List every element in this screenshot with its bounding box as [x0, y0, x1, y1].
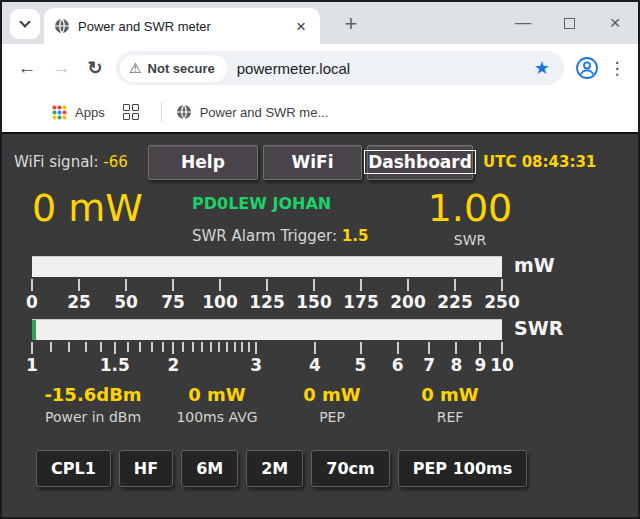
scale-label: 50	[114, 292, 138, 312]
wifi-button-label: WiFi	[291, 152, 333, 172]
stat-ref-label: REF	[421, 409, 478, 425]
address-bar[interactable]: ⚠ Not secure powermeter.local ★	[116, 51, 564, 85]
stat-dbm: -15.6dBm Power in dBm	[44, 384, 141, 425]
bookmark-item[interactable]: Power and SWR me...	[176, 104, 329, 120]
power-meter-bar	[32, 256, 502, 277]
scale-minor-tick	[100, 342, 102, 352]
readout-row: 0 mW PD0LEW JOHAN SWR Alarm Trigger: 1.5…	[2, 188, 638, 250]
scale-minor-tick	[139, 342, 141, 352]
scale-label: 1.5	[100, 355, 130, 375]
70cm-button[interactable]: 70cm	[311, 450, 389, 487]
scale-minor-tick	[151, 342, 153, 352]
scale-minor-tick	[201, 342, 203, 352]
power-meter: mW 0255075100125150175200225250	[32, 256, 638, 311]
stat-dbm-label: Power in dBm	[44, 409, 141, 425]
warning-icon: ⚠	[129, 60, 142, 76]
stat-pep: 0 mW PEP	[303, 384, 360, 425]
dashboard-button-label: Dashboard	[365, 151, 475, 173]
scale-minor-tick	[218, 342, 220, 352]
6m-button[interactable]: 6M	[181, 450, 238, 487]
scale-label: 225	[437, 292, 473, 312]
reading-list-button[interactable]	[123, 104, 139, 120]
profile-button[interactable]	[570, 51, 604, 85]
swr-meter-fill	[32, 320, 36, 340]
help-button[interactable]: Help	[148, 145, 258, 180]
scale-tick	[360, 342, 362, 354]
tab-search-button[interactable]	[10, 9, 40, 39]
window-controls: — ×	[500, 2, 638, 44]
apps-shortcut[interactable]: Apps	[52, 105, 105, 120]
scale-label: 9	[474, 355, 486, 375]
scale-label: 200	[390, 292, 426, 312]
bookmarks-separator	[161, 102, 162, 122]
scale-label: 2	[168, 355, 180, 375]
scale-minor-tick	[248, 342, 250, 352]
scale-minor-tick	[210, 342, 212, 352]
forward-button[interactable]: →	[44, 51, 78, 85]
power-meter-unit: mW	[514, 254, 555, 276]
dashboard-button[interactable]: Dashboard	[367, 145, 473, 180]
swr-alarm-label: SWR Alarm Trigger:	[192, 227, 337, 245]
scale-minor-tick	[162, 342, 164, 352]
pep-100ms-button[interactable]: PEP 100ms	[398, 450, 528, 487]
scale-label: 1	[26, 355, 38, 375]
scale-label: 8	[450, 355, 462, 375]
wifi-button[interactable]: WiFi	[263, 145, 362, 180]
scale-minor-tick	[241, 342, 243, 352]
active-tab[interactable]: Power and SWR meter ×	[44, 8, 320, 44]
new-tab-button[interactable]: +	[336, 10, 366, 40]
url-text[interactable]: powermeter.local	[237, 60, 526, 77]
swr-alarm-value: 1.5	[342, 227, 369, 245]
swr-readout-caption: SWR	[393, 232, 547, 248]
stat-ref-value: 0 mW	[421, 384, 478, 405]
scale-minor-tick	[50, 342, 52, 352]
globe-favicon-icon	[54, 18, 70, 34]
scale-tick	[501, 342, 503, 354]
scale-label: 3	[250, 355, 262, 375]
scale-tick	[255, 342, 257, 354]
hf-button[interactable]: HF	[119, 450, 173, 487]
browser-toolbar: ← → ↻ ⚠ Not secure powermeter.local ★ ⋮	[2, 44, 638, 92]
stats-row: -15.6dBm Power in dBm 0 mW 100ms AVG 0 m…	[2, 384, 638, 432]
scale-label: 175	[343, 292, 379, 312]
scale-tick	[313, 279, 315, 291]
callsign: PD0LEW JOHAN	[192, 194, 377, 213]
stat-dbm-value: -15.6dBm	[44, 384, 141, 405]
cpl1-button[interactable]: CPL1	[36, 450, 111, 487]
scale-label: 7	[423, 355, 435, 375]
stat-ref: 0 mW REF	[421, 384, 478, 425]
minimize-button[interactable]: —	[500, 2, 546, 44]
scale-tick	[266, 279, 268, 291]
swr-meter: SWR 11.52345678910	[32, 319, 638, 374]
back-button[interactable]: ←	[10, 51, 44, 85]
scale-tick	[172, 342, 174, 354]
swr-readout-block: 1.00 SWR	[377, 188, 547, 250]
utc-clock: UTC 08:43:31	[483, 153, 596, 171]
scale-tick	[407, 279, 409, 291]
stat-avg-value: 0 mW	[176, 384, 257, 405]
security-chip[interactable]: ⚠ Not secure	[120, 55, 227, 82]
scale-tick	[172, 279, 174, 291]
maximize-icon	[564, 18, 575, 29]
scale-minor-tick	[226, 342, 228, 352]
power-readout: 0 mW	[2, 188, 192, 250]
tab-strip: Power and SWR meter × + — ×	[2, 2, 638, 44]
scale-label: 10	[490, 355, 514, 375]
bookmark-star-icon[interactable]: ★	[526, 57, 558, 79]
scale-tick	[454, 279, 456, 291]
scale-tick	[479, 342, 481, 354]
reload-button[interactable]: ↻	[78, 51, 112, 85]
security-label: Not secure	[148, 61, 215, 76]
scale-tick	[219, 279, 221, 291]
browser-menu-button[interactable]: ⋮	[604, 51, 630, 85]
close-window-button[interactable]: ×	[592, 2, 638, 44]
2m-button[interactable]: 2M	[246, 450, 303, 487]
scale-minor-tick	[68, 342, 70, 352]
page-header: WiFi signal: -66 Help WiFi Dashboard UTC…	[14, 144, 632, 180]
scale-label: 125	[249, 292, 285, 312]
band-buttons-row: CPL1 HF 6M 2M 70cm PEP 100ms	[36, 450, 638, 487]
maximize-button[interactable]	[546, 2, 592, 44]
scale-label: 75	[161, 292, 185, 312]
scale-tick	[455, 342, 457, 354]
tab-close-icon[interactable]: ×	[292, 16, 310, 37]
